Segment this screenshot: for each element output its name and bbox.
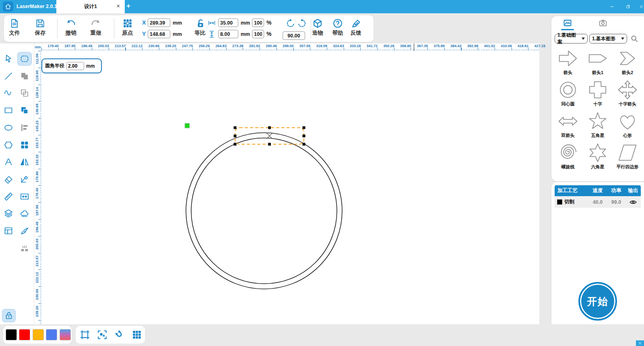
pen-tool[interactable]: [18, 224, 31, 237]
ruler-tick-label: 111.06: [35, 50, 39, 67]
mirror-tool[interactable]: [18, 155, 31, 168]
lock-tool[interactable]: [2, 309, 15, 322]
selection-handle[interactable]: [303, 126, 305, 129]
dimension-tool[interactable]: [18, 190, 31, 203]
array-tool[interactable]: [18, 139, 31, 151]
width-percent-input[interactable]: [252, 19, 264, 27]
width-input[interactable]: [218, 19, 238, 27]
design-inner-circle[interactable]: [191, 138, 337, 284]
shape-arrow-pentagon[interactable]: 箭头1: [583, 47, 613, 79]
ruler-tool[interactable]: [2, 190, 15, 203]
selection-handle[interactable]: [234, 126, 237, 129]
undo-button[interactable]: 撤销: [60, 17, 81, 37]
select-tool[interactable]: [2, 52, 15, 65]
design-outer-circle[interactable]: [186, 133, 342, 289]
height-input[interactable]: [218, 30, 238, 38]
shape-star-5[interactable]: 五角星: [583, 110, 613, 141]
y-position-input[interactable]: [148, 30, 170, 38]
arrow-right-icon: [557, 48, 578, 69]
shape-cross[interactable]: 十字: [583, 79, 613, 110]
drag-canvas-tool[interactable]: [18, 207, 31, 220]
eye-icon[interactable]: [629, 198, 637, 206]
minimize-button[interactable]: [609, 3, 615, 10]
grid-toggle-button[interactable]: [131, 329, 143, 341]
ruler-tick-label: 350.26: [380, 44, 397, 48]
ruler-tick-label: 410.06: [498, 44, 515, 48]
rotate-ccw-icon[interactable]: [286, 19, 295, 28]
text-tool[interactable]: [2, 155, 15, 168]
selection-handle[interactable]: [234, 143, 237, 146]
snap-magnet-button[interactable]: [114, 329, 126, 341]
break-apart-tool[interactable]: [18, 242, 31, 255]
restore-button[interactable]: [625, 3, 632, 10]
selection-handle[interactable]: [268, 126, 271, 129]
shape-cross-arrows[interactable]: 十字箭头: [613, 79, 642, 110]
color-swatch-red[interactable]: [19, 329, 30, 340]
save-button[interactable]: 保存: [30, 17, 51, 37]
selection-handle[interactable]: [234, 135, 237, 137]
redo-button[interactable]: 重做: [85, 17, 106, 37]
shape-arrow-chevron[interactable]: 箭头2: [613, 47, 642, 79]
cross-arrows-icon: [617, 79, 638, 100]
subtract-tool[interactable]: [18, 87, 31, 99]
color-swatch-black[interactable]: [6, 329, 17, 340]
file-button[interactable]: 文件: [4, 17, 25, 37]
shape-label: 箭头2: [613, 70, 642, 76]
layers-tool[interactable]: [2, 207, 15, 220]
selection-handle[interactable]: [303, 135, 305, 137]
weld-tool[interactable]: [18, 70, 31, 83]
shape-double-arrow[interactable]: 双箭头: [553, 110, 583, 141]
selection-handle[interactable]: [303, 143, 305, 146]
feedback-button[interactable]: 反馈: [345, 17, 366, 37]
x-position-input[interactable]: [148, 19, 170, 27]
process-row[interactable]: 切割40.099.0: [555, 196, 641, 208]
angle-measure-tool[interactable]: [18, 173, 31, 186]
shape-arrow-right[interactable]: 箭头: [553, 47, 583, 79]
notification-chip[interactable]: [636, 340, 644, 346]
rotate-angle-input[interactable]: [283, 31, 305, 40]
rotate-cw-icon[interactable]: [297, 19, 307, 28]
fillet-tool-icon: [20, 54, 29, 64]
origin-button[interactable]: 原点: [117, 17, 138, 37]
search-icon[interactable]: [630, 35, 638, 43]
align-tool[interactable]: [18, 121, 31, 134]
shape-spiral[interactable]: 螺旋线: [553, 141, 583, 173]
fillet-radius-input[interactable]: [66, 62, 84, 70]
rectangle-tool[interactable]: [2, 104, 15, 117]
shape-heart[interactable]: 心形: [613, 110, 642, 141]
design-canvas[interactable]: [41, 51, 539, 324]
fillet-tool[interactable]: [18, 52, 31, 65]
shape-star-6[interactable]: 六角星: [583, 141, 613, 173]
curve-tool[interactable]: [2, 87, 15, 99]
category-dropdown-2[interactable]: 1.基本图形: [589, 34, 627, 44]
shape-parallelogram[interactable]: 平行四边形: [613, 141, 642, 173]
height-percent-input[interactable]: [252, 30, 264, 38]
workspace-frame-button[interactable]: [79, 329, 91, 341]
tab-design1[interactable]: 设计1 ×: [56, 0, 125, 13]
build-button[interactable]: 造物: [307, 17, 328, 37]
line-tool[interactable]: [2, 70, 15, 83]
eraser-tool[interactable]: [2, 173, 15, 186]
intersect-tool[interactable]: [18, 104, 31, 117]
color-swatch-gradient[interactable]: [60, 329, 71, 340]
tab-camera[interactable]: [597, 19, 609, 27]
tab-graphics-library[interactable]: [562, 19, 573, 27]
new-tab-button[interactable]: +: [126, 2, 130, 10]
toolbar: 文件 保存 撤销 重做 原点 X mm Y mm 等比 mm % mm % 造物: [4, 15, 374, 42]
weld-tool-icon: [20, 71, 29, 81]
color-swatch-blue[interactable]: [46, 329, 57, 340]
polygon-tool[interactable]: [2, 139, 15, 151]
shape-concentric-circles[interactable]: 同心圆: [553, 79, 583, 110]
home-button[interactable]: [3, 2, 13, 12]
start-button[interactable]: 开始: [578, 282, 617, 321]
origin-marker[interactable]: [185, 123, 190, 128]
selection-handle[interactable]: [268, 143, 271, 146]
feedback-icon: [351, 18, 361, 29]
template-tool[interactable]: [2, 224, 15, 237]
tab-close-icon[interactable]: ×: [117, 3, 120, 9]
preview-fit-button[interactable]: [96, 329, 108, 341]
color-swatch-orange[interactable]: [33, 329, 44, 340]
ellipse-tool[interactable]: [2, 121, 15, 134]
close-button[interactable]: [638, 3, 644, 10]
category-dropdown-1[interactable]: 1.基础图案: [555, 34, 588, 44]
